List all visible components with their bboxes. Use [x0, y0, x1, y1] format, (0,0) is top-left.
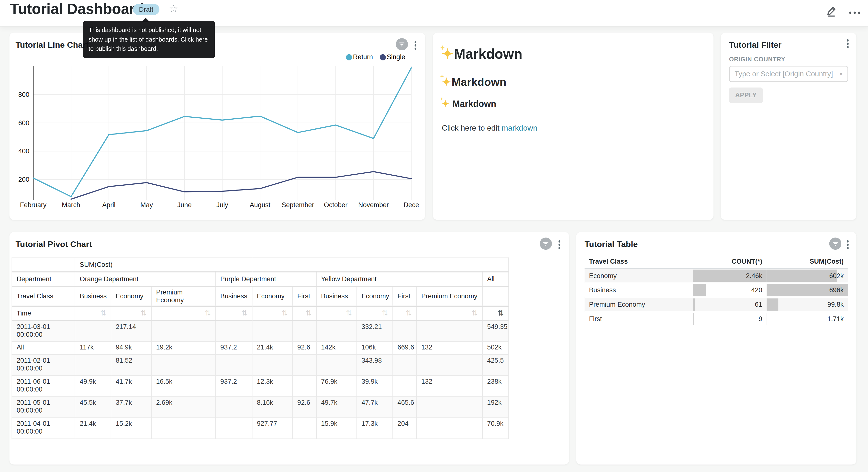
sort-icon[interactable]: ⇅: [472, 309, 478, 317]
table-row: Economy2.46k602k: [585, 268, 848, 283]
pivot-sort-cell: ⇅: [252, 306, 292, 320]
markdown-card: ✦✦Markdown ✦✦Markdown ✦✦Markdown Click h…: [433, 33, 713, 220]
pivot-metric-header: SUM(Cost): [75, 258, 508, 272]
origin-country-select[interactable]: Type or Select [Origin Country] ▾: [729, 66, 848, 82]
table-col-header[interactable]: Travel Class: [585, 255, 693, 268]
pivot-chart-card: Tutorial Pivot Chart SUM(Cost)Department…: [9, 232, 569, 465]
pivot-row-label: 2011-06-01 00:00:00: [12, 376, 75, 397]
pivot-value-cell: [252, 320, 292, 342]
kebab-menu-icon[interactable]: [413, 40, 417, 51]
chart-title: Tutorial Line Chart: [16, 40, 89, 49]
sort-icon[interactable]: ⇅: [141, 309, 147, 317]
pivot-value-cell: 192k: [483, 397, 508, 418]
svg-text:Dece: Dece: [403, 201, 419, 209]
select-placeholder: Type or Select [Origin Country]: [735, 70, 837, 78]
pivot-value-cell: 8.16k: [252, 397, 292, 418]
edit-pencil-icon[interactable]: [826, 6, 837, 20]
pivot-value-cell: 19.2k: [151, 342, 216, 355]
pivot-value-cell: [252, 355, 292, 376]
pivot-sort-cell: ⇅: [393, 306, 416, 320]
pivot-value-cell: 238k: [483, 376, 508, 397]
table-col-header[interactable]: COUNT(*): [693, 255, 767, 268]
pivot-col-header: First: [393, 286, 416, 306]
pivot-value-cell: [316, 320, 357, 342]
pivot-value-cell: 343.98: [357, 355, 393, 376]
pivot-value-cell: 49.7k: [316, 397, 357, 418]
pivot-value-cell: 669.6: [393, 342, 416, 355]
pivot-value-cell: 132: [416, 342, 483, 355]
sort-icon[interactable]: ⇅: [100, 309, 106, 317]
svg-text:March: March: [62, 201, 80, 209]
markdown-paragraph: Click here to edit markdown: [442, 123, 705, 132]
sort-icon[interactable]: ⇅: [346, 309, 352, 317]
sort-icon[interactable]: ⇅: [406, 309, 412, 317]
value-cell-with-bar: 602k: [767, 268, 848, 283]
travel-class-cell: First: [585, 312, 693, 326]
pivot-value-cell: 16.5k: [151, 376, 216, 397]
pivot-value-cell: [75, 355, 111, 376]
publish-tooltip: This dashboard is not published, it will…: [83, 21, 215, 58]
pivot-value-cell: 92.6: [293, 397, 316, 418]
pivot-row-label: 2011-02-01 00:00:00: [12, 355, 75, 376]
sort-descending-icon[interactable]: ⇅: [498, 309, 504, 317]
filter-badge-icon[interactable]: [539, 237, 552, 252]
pivot-value-cell: [216, 355, 252, 376]
pivot-value-cell: [293, 320, 316, 342]
pivot-table: SUM(Cost)DepartmentOrange DepartmentPurp…: [12, 258, 509, 439]
svg-text:600: 600: [18, 119, 29, 127]
sort-icon[interactable]: ⇅: [382, 309, 388, 317]
pivot-value-cell: 70.9k: [483, 418, 508, 439]
kebab-menu-icon[interactable]: [845, 239, 850, 250]
pivot-col-header: Premium Economy: [416, 286, 483, 306]
pivot-sort-cell: ⇅: [216, 306, 252, 320]
pivot-dim-label: Department: [12, 271, 75, 286]
filter-badge-icon[interactable]: [396, 38, 408, 53]
pivot-value-cell: [316, 355, 357, 376]
favorite-star-icon[interactable]: ☆: [169, 3, 179, 15]
kebab-menu-icon[interactable]: [557, 239, 561, 250]
filter-badge-icon[interactable]: [829, 237, 841, 252]
pivot-group-header: Purple Department: [216, 271, 316, 286]
pivot-value-cell: 937.2: [216, 376, 252, 397]
apply-button[interactable]: APPLY: [729, 88, 763, 103]
pivot-col-header: Business: [216, 286, 252, 306]
single-series-dot: [379, 54, 385, 60]
pivot-value-cell: 41.7k: [111, 376, 151, 397]
pivot-value-cell: 49.9k: [75, 376, 111, 397]
pivot-sort-cell: ⇅: [316, 306, 357, 320]
pivot-sort-cell: ⇅: [151, 306, 216, 320]
pivot-time-label: Time: [12, 306, 75, 320]
ellipsis-menu-icon[interactable]: [849, 11, 860, 13]
pivot-sort-cell: ⇅: [293, 306, 316, 320]
pivot-group-header: Yellow Department: [316, 271, 483, 286]
sparkles-icon: ✦✦: [442, 98, 449, 109]
travel-class-cell: Economy: [585, 268, 693, 283]
svg-text:June: June: [177, 201, 192, 209]
table-col-header[interactable]: SUM(Cost): [767, 255, 848, 268]
value-cell-with-bar: 1.71k: [767, 312, 848, 326]
svg-text:November: November: [358, 201, 389, 209]
legend-item-return[interactable]: Return: [346, 53, 373, 61]
sort-icon[interactable]: ⇅: [205, 309, 211, 317]
pivot-value-cell: 81.52: [111, 355, 151, 376]
filter-title: Tutorial Filter: [729, 40, 781, 49]
draft-status-badge[interactable]: Draft: [133, 4, 159, 15]
kebab-menu-icon[interactable]: [845, 38, 850, 49]
sort-icon[interactable]: ⇅: [282, 309, 288, 317]
edit-markdown-link[interactable]: markdown: [502, 123, 537, 132]
pivot-row-label: 2011-05-01 00:00:00: [12, 397, 75, 418]
pivot-value-cell: 549.35: [483, 320, 508, 342]
sort-icon[interactable]: ⇅: [241, 309, 247, 317]
pivot-col-header: Business: [75, 286, 111, 306]
pivot-value-cell: 17.3k: [357, 418, 393, 439]
pivot-value-cell: 132: [416, 376, 483, 397]
legend-item-single[interactable]: Single: [379, 53, 405, 61]
travel-class-cell: Business: [585, 283, 693, 297]
svg-text:July: July: [216, 201, 228, 209]
pivot-value-cell: [216, 397, 252, 418]
sort-icon[interactable]: ⇅: [306, 309, 312, 317]
pivot-value-cell: 37.7k: [111, 397, 151, 418]
pivot-value-cell: [393, 355, 416, 376]
svg-text:800: 800: [18, 91, 29, 98]
value-cell-with-bar: 61: [693, 297, 767, 312]
